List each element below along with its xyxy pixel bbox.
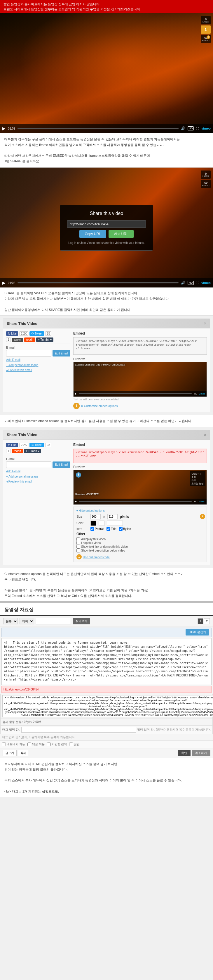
show-desc-checkbox[interactable]: [76, 549, 80, 552]
use-old-embed-link[interactable]: Use old embed code: [83, 556, 110, 559]
preview-label-2: Preview: [73, 465, 207, 468]
embed-cb-label[interactable]: 내보내기 가능: [2, 742, 25, 746]
cancel-button[interactable]: 취소하기: [192, 750, 210, 756]
search-button[interactable]: 찾아보기: [73, 618, 90, 624]
show-desc-checkbox-label[interactable]: Show text description below video: [76, 549, 204, 552]
connect-cb-label[interactable]: 댓글 허용: [27, 742, 45, 746]
close-popup-1-button[interactable]: ×: [204, 321, 206, 326]
search-input[interactable]: [36, 618, 71, 624]
color-hex-input[interactable]: [107, 520, 123, 526]
close-cb-label[interactable]: 잠김: [69, 742, 80, 746]
write-button[interactable]: 글쓰기: [3, 750, 17, 756]
size-width-input[interactable]: [90, 514, 101, 519]
title-checkbox[interactable]: [106, 527, 110, 531]
show-text-checkbox-label[interactable]: Show text link underneath this video: [76, 545, 204, 549]
fb-like-button-2[interactable]: fb Like: [6, 443, 18, 447]
desc2-line2: 이상에 다른 방법 으로 들어가거나 실분분분이 올라지거 위한 방법에 있겠 …: [5, 296, 208, 302]
add-email-button-1[interactable]: Add E-mail: [6, 358, 21, 361]
title-radio-label[interactable]: Title: [106, 527, 117, 531]
tweet-button-2[interactable]: ♻ Tweet: [30, 443, 44, 447]
color-swatch-white[interactable]: [99, 520, 104, 526]
preview-email-button-1[interactable]: ◂ Preview this email: [6, 369, 32, 372]
autoplay-checkbox[interactable]: [76, 537, 80, 541]
visit-url-button[interactable]: Visit URL: [109, 230, 134, 238]
progress-bar-share[interactable]: [17, 282, 178, 283]
volume-icon-1[interactable]: 🔊: [181, 126, 185, 130]
autoplay-checkbox-label[interactable]: Autoplay this video: [76, 537, 204, 541]
size-unit-label: pixels: [120, 515, 129, 519]
delete-button[interactable]: 삭제: [18, 750, 29, 756]
step2-icon-btn[interactable]: 2 </> EMBED: [201, 35, 211, 43]
submit-button-1[interactable]: submit: [12, 338, 23, 342]
table-section: 분류 제목 찾아보기 1 2 HTML 편집기 <!-- This versio…: [0, 616, 213, 741]
desc2-line1: SHARE 를 클릭하면 Visit URL 오른쪽을 클릭해서 영상이 있는 …: [5, 290, 208, 296]
tumblr-button-2[interactable]: + Tumblr ▾: [24, 449, 41, 453]
customize-embed-link-1[interactable]: ✱ Customize embed options: [81, 404, 118, 408]
embed-code-box-1[interactable]: <iframe src="http://player.vimeo.com/vid…: [73, 337, 207, 355]
add-email-input-1[interactable]: [6, 350, 51, 356]
tag-input[interactable]: [21, 727, 136, 733]
close-checkbox[interactable]: [69, 743, 73, 746]
fullscreen-icon-share[interactable]: ⛶: [196, 282, 199, 285]
loop-checkbox[interactable]: [76, 541, 80, 545]
later-icon-btn-2[interactable]: ⊕ LATER: [201, 170, 211, 179]
color-swatch-black[interactable]: [90, 520, 96, 526]
copy-url-button[interactable]: Copy URL: [79, 230, 106, 238]
hd-badge-share: HD: [188, 281, 194, 285]
add-email-button-2[interactable]: Add E-mail: [6, 470, 21, 473]
page-2-button[interactable]: 2: [204, 618, 210, 624]
play-button-share[interactable]: ▶: [2, 280, 6, 285]
add-email-input-2[interactable]: [6, 461, 51, 468]
action-options-row: 음서 활동 분류 : 0Byte/ 2.00M: [0, 719, 213, 725]
fb-like-button-1[interactable]: fb Like: [6, 331, 18, 336]
confirm-button[interactable]: 확인: [178, 750, 191, 756]
hide-embed-link[interactable]: ▾ Hide embed options: [76, 509, 204, 512]
embed-icon-btn-2[interactable]: </> EMBED: [201, 180, 211, 188]
fullscreen-icon-1[interactable]: ⛶: [196, 127, 199, 130]
volume-icon-share[interactable]: 🔊: [181, 281, 185, 285]
code-textarea[interactable]: <!-- This version of the embed code is n…: [2, 638, 211, 685]
embed-preview-1: Guerlain Chicherit : MINI // MONSTER ENE…: [73, 362, 207, 397]
reddit-button-2[interactable]: reddit: [12, 449, 23, 453]
embed-code-box-2[interactable]: <iframe src="http://player.vimeo.com/vid…: [73, 449, 207, 463]
share-number-badge[interactable]: 1: [201, 25, 211, 33]
size-height-input[interactable]: [107, 514, 118, 519]
category-select[interactable]: 분류: [3, 618, 18, 624]
tumblr-button-1[interactable]: + Tumblr ▾: [36, 337, 54, 342]
size-options-row: Size × pixels: [76, 514, 204, 519]
html-edit-button[interactable]: HTML 편집기: [186, 629, 209, 635]
progress-bar-1[interactable]: [17, 128, 178, 129]
preview-email-button-2[interactable]: ◂ Preview this email: [6, 480, 32, 483]
tweet-button-1[interactable]: ♻ Tweet: [30, 331, 44, 336]
play-button-1[interactable]: ▶: [2, 126, 6, 131]
fb-count-2: 2.2K: [19, 443, 28, 447]
later-icon-btn[interactable]: ⊕ LATER: [201, 16, 211, 24]
desc1-line5: 1번 SHARE 를 클릭하요.: [5, 159, 208, 164]
share-url-input[interactable]: [67, 220, 146, 228]
byline-radio-label[interactable]: Byline: [119, 527, 131, 531]
ep-hd-1: HD: [194, 393, 197, 395]
fb-count-1: 2.2K: [19, 331, 28, 336]
add-message-button-1[interactable]: + Add personal message: [6, 364, 38, 367]
portrait-checkbox[interactable]: [90, 527, 94, 531]
byline-checkbox[interactable]: [119, 527, 123, 531]
page-1-button[interactable]: 1: [197, 618, 204, 624]
loop-checkbox-label[interactable]: Loop this video: [76, 541, 204, 545]
action-checkbox[interactable]: [47, 743, 51, 746]
portrait-radio-label[interactable]: Portrait: [90, 527, 104, 531]
title-select[interactable]: 제목: [19, 618, 34, 624]
action-cb-label[interactable]: 카먼한 검색: [47, 742, 67, 746]
embed-preview-controls-2: ▶ HD vimeo: [74, 499, 207, 504]
file-attach-button[interactable]: <!-- This version of the embed code is n…: [2, 695, 213, 718]
show-text-checkbox[interactable]: [76, 545, 80, 549]
embed-checkbox[interactable]: [2, 743, 6, 746]
close-popup-2-button[interactable]: ×: [204, 433, 206, 437]
reddit-button-1[interactable]: reddit: [24, 337, 35, 342]
edit-email-button-2[interactable]: Edit Email: [52, 461, 70, 468]
add-message-button-2[interactable]: + Add personal message: [6, 475, 38, 478]
share-left-col-1: fb Like 2.2K ♻ Tweet 28 1 submit reddit …: [6, 331, 70, 409]
edit-email-button-1[interactable]: Edit Email: [52, 350, 70, 356]
connect-checkbox[interactable]: [27, 743, 31, 746]
email-label-2: E-mail: [6, 457, 70, 461]
share-overlay: Share this video Copy URL Visit URL Log …: [0, 167, 213, 288]
